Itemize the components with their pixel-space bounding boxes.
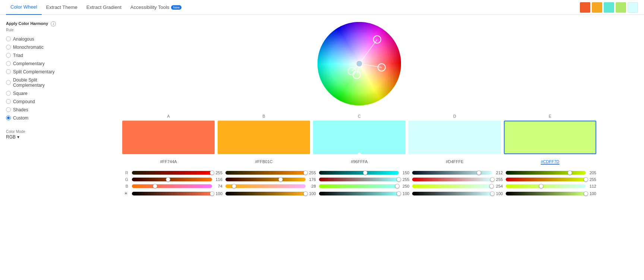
slider-cell-c-r: 150: [318, 171, 411, 175]
slider-c-b[interactable]: [319, 184, 399, 188]
slider-b-g-value: 176: [307, 177, 316, 182]
harmony-option-triad[interactable]: Triad: [6, 53, 69, 58]
slider-c-br[interactable]: [319, 192, 399, 195]
harmony-options: Analogous Monochromatic Triad Complement…: [6, 36, 69, 121]
col-label-b: B: [216, 114, 312, 154]
slider-c-r-value: 150: [400, 171, 409, 175]
slider-b-b-value: 28: [307, 184, 316, 188]
brightness-slider-row: ☀ 100: [121, 191, 598, 196]
brightness-label: ☀: [121, 191, 128, 196]
hex-e: #CDFF7D: [502, 157, 598, 165]
slider-e-b[interactable]: [506, 184, 586, 188]
top-swatch-0[interactable]: [580, 2, 590, 13]
col-label-a: A: [121, 114, 216, 154]
harmony-option-analogous[interactable]: Analogous: [6, 36, 69, 42]
swatch-c[interactable]: [313, 121, 405, 154]
harmony-subtitle: Rule: [6, 28, 69, 32]
slider-e-r-value: 205: [587, 171, 596, 175]
colors-section: A B C D: [121, 114, 598, 201]
swatch-a[interactable]: [122, 121, 215, 154]
tab-extract-gradient[interactable]: Extract Gradient: [82, 0, 126, 15]
slider-d-r[interactable]: [412, 171, 492, 175]
slider-a-br-value: 100: [214, 191, 222, 196]
slider-d-b[interactable]: [412, 184, 492, 188]
tab-extract-theme[interactable]: Extract Theme: [42, 0, 82, 15]
slider-cell-c-b: 250: [318, 184, 411, 188]
harmony-info-icon[interactable]: i: [51, 21, 56, 26]
slider-e-g-value: 255: [587, 177, 596, 182]
harmony-option-monochromatic[interactable]: Monochromatic: [6, 45, 69, 50]
slider-a-g-value: 116: [214, 177, 222, 182]
slider-cell-e-r: 205: [504, 171, 598, 175]
swatch-d[interactable]: [408, 121, 501, 154]
slider-b-g[interactable]: [225, 178, 306, 181]
slider-d-br[interactable]: [412, 192, 492, 195]
harmony-option-double-split[interactable]: Double Split Complementary: [6, 77, 69, 88]
tab-color-wheel[interactable]: Color Wheel: [6, 0, 42, 15]
hex-value-b[interactable]: #FFB01C: [255, 159, 272, 164]
color-mode-label: Color Mode: [6, 130, 69, 134]
radio-monochromatic: [6, 45, 11, 50]
b-label: B: [121, 184, 128, 188]
new-badge: New: [171, 5, 181, 10]
slider-a-b[interactable]: [132, 184, 212, 188]
harmony-title: Apply Color Harmony: [6, 21, 48, 26]
radio-triad: [6, 53, 11, 58]
slider-b-b[interactable]: [225, 184, 306, 188]
hex-value-a[interactable]: #FF744A: [160, 159, 177, 164]
swatch-e[interactable]: [504, 121, 596, 154]
slider-a-br[interactable]: [132, 192, 212, 195]
slider-b-br[interactable]: [225, 192, 306, 195]
harmony-option-custom[interactable]: Custom: [6, 115, 69, 121]
slider-d-r-value: 212: [494, 171, 503, 175]
slider-e-br[interactable]: [506, 192, 586, 195]
hex-c: #96FFFA: [312, 157, 407, 165]
sliders-section: R 255: [121, 168, 598, 201]
slider-b-r[interactable]: [225, 171, 306, 175]
top-swatch-3[interactable]: [616, 2, 626, 13]
top-swatch-4[interactable]: [628, 2, 638, 13]
slider-e-r[interactable]: [506, 171, 586, 175]
radio-square: [6, 91, 11, 96]
slider-d-br-value: 100: [494, 191, 503, 196]
chevron-down-icon: ▾: [17, 134, 19, 140]
slider-c-g[interactable]: [319, 178, 399, 181]
slider-e-g[interactable]: [506, 178, 586, 181]
hex-value-e[interactable]: #CDFF7D: [541, 159, 559, 165]
col-label-e: E: [502, 114, 598, 154]
harmony-option-complementary[interactable]: Complementary: [6, 61, 69, 66]
slider-cell-b-b: 28: [224, 184, 318, 188]
radio-analogous: [6, 36, 11, 41]
radio-shades: [6, 107, 11, 112]
hex-value-d[interactable]: #D4FFFE: [446, 159, 464, 164]
slider-cell-d-b: 254: [411, 184, 504, 188]
slider-a-g[interactable]: [132, 178, 212, 181]
color-mode-select[interactable]: RGB ▾: [6, 134, 69, 140]
main-layout: Apply Color Harmony i Rule Analogous Mon…: [0, 15, 644, 280]
slider-c-r[interactable]: [319, 171, 399, 175]
tab-accessibility-tools[interactable]: Accessibility Tools New: [126, 0, 186, 15]
r-label: R: [121, 171, 128, 175]
b-sliders: 74 28: [130, 184, 598, 188]
hex-value-c[interactable]: #96FFFA: [351, 159, 367, 164]
slider-cell-b-r: 255: [224, 171, 318, 175]
harmony-option-shades[interactable]: Shades: [6, 107, 69, 112]
harmony-option-compound[interactable]: Compound: [6, 99, 69, 104]
swatch-b[interactable]: [218, 121, 310, 154]
col-label-d: D: [407, 114, 502, 154]
slider-a-r[interactable]: [132, 171, 212, 175]
radio-complementary: [6, 61, 11, 66]
g-sliders: 116 176: [130, 177, 598, 182]
hex-a: #FF744A: [121, 157, 216, 165]
slider-c-g-value: 255: [400, 177, 409, 182]
slider-e-br-value: 100: [587, 191, 596, 196]
top-swatch-1[interactable]: [592, 2, 602, 13]
color-wheel[interactable]: [316, 21, 402, 106]
slider-d-b-value: 254: [494, 184, 503, 188]
harmony-option-split-complementary[interactable]: Split Complementary: [6, 69, 69, 74]
slider-d-g[interactable]: [412, 178, 492, 181]
slider-c-b-value: 250: [400, 184, 409, 188]
top-swatch-2[interactable]: [604, 2, 614, 13]
harmony-option-square[interactable]: Square: [6, 91, 69, 96]
center-content: A B C D: [75, 15, 644, 280]
